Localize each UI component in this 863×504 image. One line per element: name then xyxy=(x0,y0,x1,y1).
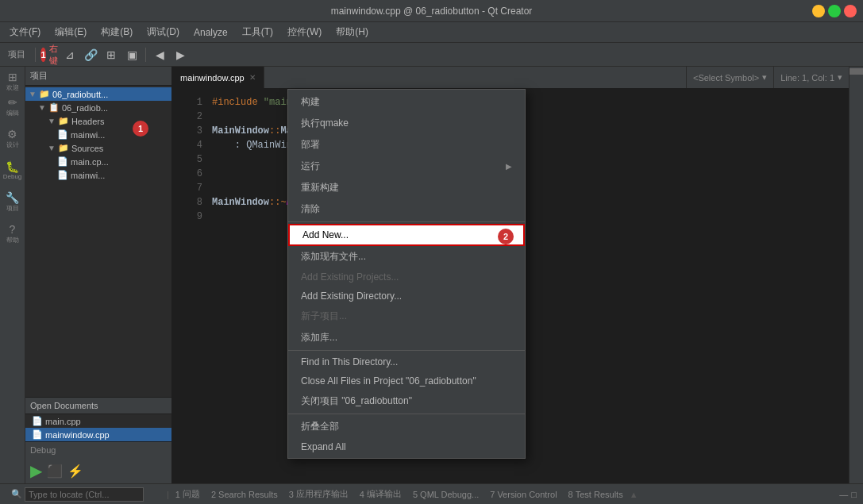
search-icon: 🔍 xyxy=(11,489,22,499)
ctx-add-existing-dir[interactable]: Add Existing Directory... xyxy=(288,287,525,306)
stop-button[interactable]: ⬛ xyxy=(47,464,63,479)
ctx-separator-1 xyxy=(288,221,525,222)
tree-root-label: 06_radiobutt... xyxy=(52,90,108,99)
design-label: 设计 xyxy=(6,140,19,149)
debug-label-row: Debug xyxy=(30,445,167,455)
sources-icon: 📁 xyxy=(58,143,69,153)
ctx-add-new[interactable]: Add New... 2 xyxy=(288,224,525,246)
ctx-new-subproject: 新子项目... xyxy=(288,306,525,327)
ctx-build[interactable]: 构建 xyxy=(288,91,525,113)
tab-label: mainwindow.cpp xyxy=(180,73,245,83)
ctx-deploy[interactable]: 部署 xyxy=(288,134,525,156)
projects-icon: 🔧 xyxy=(6,191,19,204)
status-bar: 🔍 | 1 问题 2 Search Results 3 应用程序输出 4 编译输… xyxy=(0,483,863,504)
status-version-control[interactable]: 7 Version Control xyxy=(485,484,561,504)
status-problems[interactable]: 1 问题 xyxy=(171,484,205,504)
debug-controls: ▶ ⬛ ⚡ xyxy=(30,461,167,480)
menu-file[interactable]: 文件(F) xyxy=(3,24,47,40)
ctx-add-existing-projects: Add Existing Projects... xyxy=(288,267,525,287)
tab-close-button[interactable]: ✕ xyxy=(249,73,256,82)
toolbar-grid-icon[interactable]: ⊞ xyxy=(102,46,120,63)
toolbar-back-icon[interactable]: ◀ xyxy=(151,46,168,63)
toolbar-right-click-label[interactable]: 1 右键 xyxy=(40,46,58,63)
tree-sources-label: Sources xyxy=(71,144,103,153)
window-controls xyxy=(812,5,857,17)
tree-headers[interactable]: ▼ 📁 Headers xyxy=(25,114,171,128)
ctx-clean[interactable]: 清除 xyxy=(288,198,525,220)
header-file-icon: 📄 xyxy=(57,129,68,140)
ctx-qmake[interactable]: 执行qmake xyxy=(288,113,525,134)
projects-label: 项目 xyxy=(6,204,19,213)
tree-main-cpp[interactable]: 📄 main.cp... xyxy=(25,155,171,168)
sidebar-item-edit[interactable]: ✏ 编辑 xyxy=(2,95,24,117)
tree-project[interactable]: ▼ 📋 06_radiob... xyxy=(25,101,171,114)
play-button[interactable]: ▶ xyxy=(30,461,42,480)
open-doc-mainwindow[interactable]: 📄 mainwindow.cpp xyxy=(25,428,171,441)
arrow-icon: ▾ xyxy=(838,72,842,83)
project-panel-header: 项目 xyxy=(25,67,171,86)
project-icon: 📋 xyxy=(48,102,60,113)
minimize-button[interactable] xyxy=(812,5,825,17)
ctx-close-all-files[interactable]: Close All Files in Project "06_radiobutt… xyxy=(288,371,525,391)
tab-mainwindow-cpp[interactable]: mainwindow.cpp ✕ xyxy=(172,67,264,88)
ctx-separator-2 xyxy=(288,350,525,351)
ctx-run[interactable]: 运行 ▶ xyxy=(288,156,525,177)
ctx-collapse-all[interactable]: 折叠全部 xyxy=(288,416,525,437)
toolbar-filter-icon[interactable]: ⊿ xyxy=(61,46,79,63)
menu-analyze[interactable]: Analyze xyxy=(187,25,234,40)
symbol-selector[interactable]: <Select Symbol> ▾ xyxy=(686,67,773,88)
welcome-icon: ⊞ xyxy=(8,71,17,83)
open-doc-main[interactable]: 📄 main.cpp xyxy=(25,414,171,428)
toolbar-forward-icon[interactable]: ▶ xyxy=(171,46,189,63)
status-app-output[interactable]: 3 应用程序输出 xyxy=(284,484,353,504)
tree-sources[interactable]: ▼ 📁 Sources xyxy=(25,141,171,155)
tree-root[interactable]: ▼ 📁 06_radiobutt... xyxy=(25,87,171,101)
open-doc-icon-mainwindow: 📄 xyxy=(32,429,43,440)
locate-input[interactable] xyxy=(25,487,144,502)
tree-mainwindow-cpp-label: mainwi... xyxy=(71,171,105,180)
tree-arrow-project: ▼ xyxy=(38,103,46,112)
tree-mainwindow-cpp[interactable]: 📄 mainwi... xyxy=(25,168,171,182)
right-scroll xyxy=(849,67,863,483)
sidebar-item-help[interactable]: ? 帮助 xyxy=(2,222,24,244)
help-label: 帮助 xyxy=(6,236,19,244)
locate-input-container[interactable]: 🔍 xyxy=(6,484,165,504)
menu-debug[interactable]: 调试(D) xyxy=(141,24,186,40)
menu-help[interactable]: 帮助(H) xyxy=(329,24,375,40)
tree-mainwi-h[interactable]: 📄 mainwi... xyxy=(25,128,171,141)
help-icon: ? xyxy=(10,223,16,236)
open-documents-list: 📄 main.cpp 📄 mainwindow.cpp xyxy=(25,414,171,441)
ctx-find-in-dir[interactable]: Find in This Directory... xyxy=(288,352,525,371)
toolbar-link-icon[interactable]: 🔗 xyxy=(82,46,99,63)
ctx-separator-3 xyxy=(288,414,525,414)
tree-arrow-sources: ▼ xyxy=(48,144,56,152)
sidebar-item-design[interactable]: ⚙ 设计 xyxy=(2,127,24,149)
ctx-add-existing-file[interactable]: 添加现有文件... xyxy=(288,246,525,267)
tree-main-cpp-label: main.cp... xyxy=(71,157,109,167)
tree-project-label: 06_radiob... xyxy=(62,103,108,113)
close-button[interactable] xyxy=(844,5,857,17)
status-minimize-icon[interactable]: — xyxy=(839,490,848,499)
status-search-results[interactable]: 2 Search Results xyxy=(206,484,283,504)
menu-build[interactable]: 构建(B) xyxy=(94,24,139,40)
status-compile-output[interactable]: 4 编译输出 xyxy=(355,484,406,504)
ctx-expand-all[interactable]: Expand All xyxy=(288,437,525,456)
ctx-close-project[interactable]: 关闭项目 "06_radiobutton" xyxy=(288,391,525,412)
status-test-results[interactable]: 8 Test Results xyxy=(564,484,628,504)
ctx-rebuild[interactable]: 重新构建 xyxy=(288,177,525,198)
sidebar-item-debug[interactable]: 🐛 Debug xyxy=(2,159,24,181)
status-expand-icon[interactable]: □ xyxy=(851,490,857,499)
menu-controls[interactable]: 控件(W) xyxy=(281,24,328,40)
sidebar-item-welcome[interactable]: ⊞ 欢迎 xyxy=(2,70,24,92)
status-qml-debug[interactable]: 5 QML Debugg... xyxy=(408,484,484,504)
open-doc-icon-main: 📄 xyxy=(32,416,43,426)
sidebar-item-projects[interactable]: 🔧 项目 xyxy=(2,190,24,213)
debug-section: Debug ▶ ⬛ ⚡ xyxy=(25,441,171,483)
maximize-button[interactable] xyxy=(828,5,841,17)
menu-tools[interactable]: 工具(T) xyxy=(236,24,279,40)
ctx-add-library[interactable]: 添加库... xyxy=(288,327,525,348)
menu-edit[interactable]: 编辑(E) xyxy=(48,24,93,40)
project-tree: ▼ 📁 06_radiobutt... ▼ 📋 06_radiob... ▼ 📁… xyxy=(25,86,171,397)
forward-button[interactable]: ⚡ xyxy=(67,464,83,479)
toolbar-split-icon[interactable]: ▣ xyxy=(123,46,141,63)
